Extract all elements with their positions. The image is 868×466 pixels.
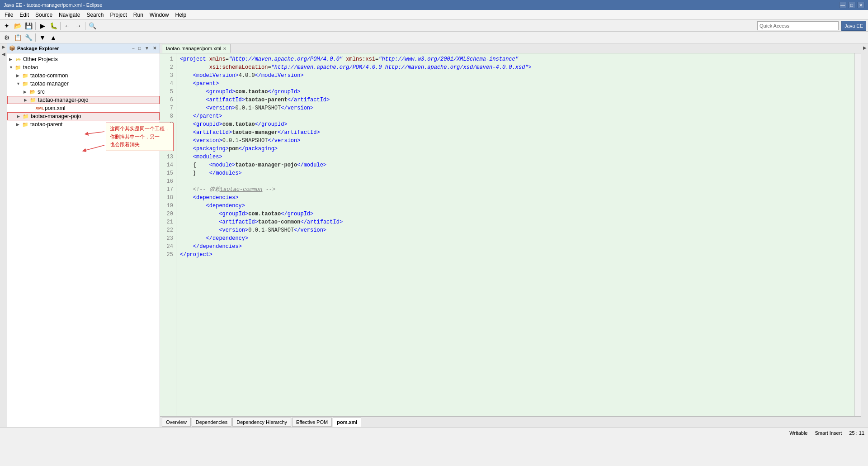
left-icons-panel: ▶ ◀ bbox=[0, 43, 7, 427]
folder-icon-src: 📂 bbox=[29, 88, 36, 95]
menu-search[interactable]: Search bbox=[84, 11, 106, 19]
tab-pom-xml[interactable]: pom.xml bbox=[333, 418, 361, 427]
tab-overview[interactable]: Overview bbox=[162, 418, 191, 427]
new-button[interactable]: ✦ bbox=[2, 21, 12, 31]
toolbar2-btn1[interactable]: ⚙ bbox=[2, 33, 12, 43]
code-editor[interactable]: <project xmlns="http://maven.apache.org/… bbox=[176, 53, 854, 416]
line-num-19: 19 bbox=[160, 202, 173, 210]
tree-label-taotao-manager: taotao-manager bbox=[30, 81, 69, 87]
line-num-2: 2 bbox=[160, 63, 173, 71]
perspective-button[interactable]: Java EE bbox=[841, 21, 866, 31]
bottom-tabs: Overview Dependencies Dependency Hierarc… bbox=[160, 416, 861, 427]
status-bar: Writable Smart Insert 25 : 11 bbox=[0, 427, 868, 438]
menu-project[interactable]: Project bbox=[107, 11, 129, 19]
tree-label-taotao-manager-pojo-2: taotao-manager-pojo bbox=[31, 113, 81, 119]
tree-label-taotao-parent: taotao-parent bbox=[30, 121, 62, 128]
arrow-taotao-manager-pojo-1: ▶ bbox=[24, 98, 29, 102]
arrow-taotao-manager-pojo-2: ▶ bbox=[17, 114, 22, 119]
line-num-22: 22 bbox=[160, 226, 173, 234]
pe-maximize-btn[interactable]: □ bbox=[137, 45, 142, 51]
toolbar2-btn5[interactable]: ▲ bbox=[48, 33, 58, 43]
toolbar2-btn2[interactable]: 📋 bbox=[13, 33, 23, 43]
tree-item-taotao-manager[interactable]: ▼ 📁 taotao-manager bbox=[7, 80, 160, 88]
run-button[interactable]: ▶ bbox=[38, 21, 47, 31]
tree-label-taotao-common: taotao-common bbox=[30, 72, 68, 79]
project-icon-taotao-parent: 📁 bbox=[22, 121, 29, 128]
package-explorer-icon: 📦 bbox=[9, 45, 15, 51]
tree-item-taotao[interactable]: ▼ 📁 taotao bbox=[7, 63, 160, 71]
open-button[interactable]: 📂 bbox=[13, 21, 23, 31]
tree-item-taotao-manager-pojo-2[interactable]: ▶ 📁 taotao-manager-pojo bbox=[7, 112, 160, 120]
menu-file[interactable]: File bbox=[2, 11, 16, 19]
tree-label-other-projects: Other Projects bbox=[23, 56, 58, 62]
toolbar2-btn4[interactable]: ▼ bbox=[38, 33, 47, 43]
line-num-16: 16 bbox=[160, 177, 173, 185]
maximize-button[interactable]: □ bbox=[848, 2, 855, 8]
menu-run[interactable]: Run bbox=[131, 11, 146, 19]
toolbar2: ⚙ 📋 🔧 ▼ ▲ bbox=[0, 32, 868, 43]
code-area: 1 2 3 4 5 6 7 8 9 10 11 12 13 14 15 16 1… bbox=[160, 53, 861, 416]
line-num-1: 1 bbox=[160, 55, 173, 63]
minimize-button[interactable]: — bbox=[839, 2, 846, 8]
menu-window[interactable]: Window bbox=[147, 11, 172, 19]
save-button[interactable]: 💾 bbox=[24, 21, 33, 31]
editor-tab-label: taotao-manager/pom.xml bbox=[166, 46, 221, 51]
title-bar: Java EE - taotao-manager/pom.xml - Eclip… bbox=[0, 0, 868, 10]
pe-minimize-btn[interactable]: − bbox=[131, 45, 136, 51]
status-writable: Writable bbox=[789, 430, 807, 436]
debug-button[interactable]: 🐛 bbox=[48, 21, 58, 31]
menu-help[interactable]: Help bbox=[173, 11, 189, 19]
pe-view-menu-btn[interactable]: ▼ bbox=[143, 45, 151, 51]
tree-item-src[interactable]: ▶ 📂 src bbox=[7, 88, 160, 96]
line-num-8: 8 bbox=[160, 112, 173, 120]
editor-tab-close[interactable]: ✕ bbox=[223, 46, 226, 51]
tab-dependency-hierarchy[interactable]: Dependency Hierarchy bbox=[232, 418, 291, 427]
line-num-7: 7 bbox=[160, 104, 173, 112]
line-num-24: 24 bbox=[160, 243, 173, 251]
tab-effective-pom[interactable]: Effective POM bbox=[292, 418, 332, 427]
tree-item-pom-xml[interactable]: ▶ XML pom.xml bbox=[7, 104, 160, 112]
folder-icon-other-projects: 🗁 bbox=[14, 56, 22, 63]
toolbar-separator-3 bbox=[85, 22, 85, 30]
line-num-4: 4 bbox=[160, 80, 173, 88]
line-num-18: 18 bbox=[160, 194, 173, 202]
forward-button[interactable]: → bbox=[73, 21, 83, 31]
tree-label-taotao: taotao bbox=[23, 64, 38, 71]
tree-item-taotao-common[interactable]: ▶ 📁 taotao-common bbox=[7, 71, 160, 80]
arrow-src: ▶ bbox=[24, 90, 29, 94]
search-button[interactable]: 🔍 bbox=[87, 21, 97, 31]
annotation-box: 这两个其实是同一个工程， 你删掉其中一个，另一 也会跟着消失 bbox=[106, 123, 174, 151]
left-icon-2[interactable]: ◀ bbox=[0, 52, 7, 58]
status-position: 25 : 11 bbox=[849, 430, 864, 436]
menu-navigate[interactable]: Navigate bbox=[56, 11, 83, 19]
tab-dependencies[interactable]: Dependencies bbox=[192, 418, 231, 427]
arrow-taotao-manager: ▼ bbox=[16, 81, 22, 86]
tree-label-src: src bbox=[38, 89, 45, 95]
title-bar-title: Java EE - taotao-manager/pom.xml - Eclip… bbox=[4, 2, 102, 8]
back-button[interactable]: ← bbox=[62, 21, 72, 31]
annotation-line1: 这两个其实是同一个工程， bbox=[110, 126, 170, 131]
toolbar2-sep1 bbox=[35, 33, 36, 42]
tree-label-taotao-manager-pojo-1: taotao-manager-pojo bbox=[38, 97, 88, 103]
toolbar2-btn3[interactable]: 🔧 bbox=[24, 33, 33, 43]
close-button[interactable]: ✕ bbox=[857, 2, 864, 8]
project-icon-taotao-manager: 📁 bbox=[22, 80, 29, 87]
line-num-14: 14 bbox=[160, 161, 173, 169]
package-explorer-title: Package Explorer bbox=[17, 46, 59, 51]
line-num-13: 13 bbox=[160, 153, 173, 161]
left-icon-1[interactable]: ▶ bbox=[0, 44, 7, 51]
editor-scrollbar[interactable] bbox=[854, 53, 861, 416]
pe-close-btn[interactable]: ✕ bbox=[151, 45, 158, 51]
toolbar-separator-1 bbox=[35, 22, 36, 30]
tree-label-pom-xml: pom.xml bbox=[45, 105, 65, 111]
quick-access-input[interactable]: Quick Access bbox=[757, 21, 839, 30]
right-icon-1[interactable]: ▶ bbox=[862, 45, 868, 52]
editor-tab-pom-xml[interactable]: taotao-manager/pom.xml ✕ bbox=[162, 44, 231, 53]
project-icon-taotao: 📁 bbox=[14, 64, 22, 71]
tree-item-other-projects[interactable]: ▶ 🗁 Other Projects bbox=[7, 55, 160, 63]
menu-source[interactable]: Source bbox=[33, 11, 55, 19]
menu-edit[interactable]: Edit bbox=[17, 11, 32, 19]
editor-tabs: taotao-manager/pom.xml ✕ bbox=[160, 43, 861, 53]
tree-item-taotao-manager-pojo-1[interactable]: ▶ 📁 taotao-manager-pojo bbox=[7, 96, 160, 104]
line-num-23: 23 bbox=[160, 234, 173, 243]
